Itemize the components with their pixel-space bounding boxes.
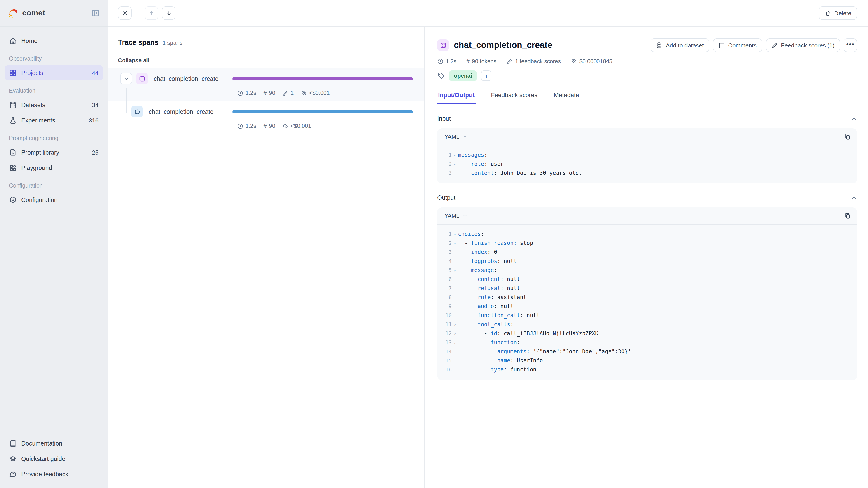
tab-metadata[interactable]: Metadata <box>553 88 580 104</box>
line-collapse-chevron[interactable]: ⌄ <box>452 151 458 160</box>
plus-icon: + <box>485 72 488 79</box>
tag-icon <box>437 72 445 79</box>
tab-input-output[interactable]: Input/Output <box>437 88 475 104</box>
delete-button[interactable]: Delete <box>819 6 857 20</box>
line-collapse-chevron[interactable]: ⌄ <box>452 329 458 338</box>
pencil-icon <box>283 90 288 96</box>
output-section-label: Output <box>437 194 456 201</box>
sidebar-item-provide-feedback[interactable]: Provide feedback <box>4 466 103 482</box>
nav-section-configuration: Configuration <box>9 183 98 189</box>
span-cost: <$0.001 <box>301 90 330 96</box>
database-plus-icon <box>656 42 663 48</box>
sidebar-collapse-icon[interactable] <box>90 8 100 18</box>
code-line: 10 function_call: null <box>439 311 852 320</box>
datasets-count-badge: 34 <box>92 101 98 108</box>
more-actions-button[interactable]: ••• <box>844 38 857 52</box>
sidebar-item-label: Provide feedback <box>21 470 68 477</box>
sidebar-item-playground[interactable]: Playground <box>4 160 103 175</box>
sidebar-item-datasets[interactable]: Datasets 34 <box>4 97 103 112</box>
expand-toggle-button[interactable] <box>120 73 132 85</box>
tab-feedback-scores[interactable]: Feedback scores <box>490 88 538 104</box>
duration-bar <box>232 77 413 80</box>
code-line: 5⌄ message: <box>439 266 852 275</box>
output-section: Output YAML <box>437 194 857 380</box>
top-toolbar: Delete <box>108 0 868 27</box>
previous-trace-button[interactable] <box>145 6 158 20</box>
span-name: chat_completion_create <box>154 75 219 82</box>
sidebar-item-label: Home <box>21 37 37 44</box>
tag-openai[interactable]: openai <box>449 70 477 81</box>
sidebar-item-label: Prompt library <box>21 149 59 156</box>
format-select-value: YAML <box>444 133 459 140</box>
sidebar-item-label: Playground <box>21 164 52 171</box>
sidebar-item-prompt-library[interactable]: Prompt library 25 <box>4 144 103 160</box>
span-row-child[interactable]: chat_completion_create 1.2s # 90 <box>108 101 424 134</box>
feedback-scores-button[interactable]: Feedback scores (1) <box>766 38 840 52</box>
sidebar-item-configuration[interactable]: Configuration <box>4 192 103 207</box>
graduation-cap-icon <box>9 455 17 462</box>
sidebar-item-quickstart-guide[interactable]: Quickstart guide <box>4 451 103 466</box>
line-collapse-chevron[interactable]: ⌄ <box>452 238 458 248</box>
format-select[interactable]: YAML <box>444 133 467 140</box>
add-tag-button[interactable]: + <box>481 70 492 81</box>
collapse-section-button[interactable] <box>851 195 857 201</box>
span-tree: chat_completion_create 1.2s # 90 <box>108 68 424 134</box>
comments-button[interactable]: Comments <box>713 38 762 52</box>
copy-button[interactable] <box>844 213 851 219</box>
code-line: 3 content: John Doe is 30 years old. <box>439 168 852 177</box>
add-to-dataset-button[interactable]: Add to dataset <box>651 38 709 52</box>
line-collapse-chevron[interactable]: ⌄ <box>452 320 458 329</box>
line-collapse-chevron[interactable]: ⌄ <box>452 266 458 275</box>
code-line: 2⌄ - finish_reason: stop <box>439 238 852 248</box>
span-duration: 1.2s <box>237 123 256 129</box>
chevron-down-icon <box>124 76 129 81</box>
line-collapse-chevron[interactable]: ⌄ <box>452 230 458 238</box>
span-row-root[interactable]: chat_completion_create 1.2s # 90 <box>108 68 424 101</box>
sidebar-item-experiments[interactable]: Experiments 316 <box>4 112 103 128</box>
flask-icon <box>9 116 17 124</box>
input-code-block: 1⌄messages:2⌄ - role: user3 content: Joh… <box>437 145 857 184</box>
sidebar-item-label: Experiments <box>21 117 55 124</box>
line-collapse-chevron[interactable]: ⌄ <box>452 160 458 168</box>
sidebar-item-documentation[interactable]: Documentation <box>4 435 103 451</box>
sidebar-item-label: Documentation <box>21 440 62 447</box>
sidebar-nav: Home Observability Projects 44 Evaluatio… <box>0 27 107 435</box>
trace-spans-panel: Trace spans 1 spans Collapse all <box>108 27 425 488</box>
collapse-all-button[interactable]: Collapse all <box>118 57 424 64</box>
pencil-icon <box>506 58 513 64</box>
feedback-scores-label: Feedback scores (1) <box>781 42 835 48</box>
sidebar-item-label: Datasets <box>21 101 45 108</box>
comet-logo[interactable]: comet <box>7 7 45 19</box>
sidebar-item-projects[interactable]: Projects 44 <box>4 65 103 80</box>
content-area: Trace spans 1 spans Collapse all <box>108 27 868 488</box>
copy-icon <box>844 133 851 140</box>
ellipsis-icon: ••• <box>846 40 855 48</box>
collapse-section-button[interactable] <box>851 116 857 122</box>
meta-feedback-scores: 1 feedback scores <box>506 58 561 64</box>
copy-button[interactable] <box>844 133 851 140</box>
comment-icon <box>718 42 725 48</box>
span-name: chat_completion_create <box>149 108 214 115</box>
llm-span-icon <box>437 39 449 51</box>
sidebar-footer: Documentation Quickstart guide Provide f… <box>0 435 107 488</box>
comet-logo-icon <box>7 7 19 19</box>
code-line: 16 type: function <box>439 365 852 374</box>
nav-section-observability: Observability <box>9 56 98 62</box>
format-select[interactable]: YAML <box>444 213 467 219</box>
code-line: 8 role: assistant <box>439 293 852 302</box>
comments-label: Comments <box>728 42 756 48</box>
next-trace-button[interactable] <box>162 6 176 20</box>
sidebar-item-home[interactable]: Home <box>4 33 103 48</box>
code-line: 14 arguments: '{"name":"John Doe","age":… <box>439 347 852 356</box>
close-button[interactable] <box>118 6 131 20</box>
hash-icon: # <box>466 58 469 65</box>
bar-connector-line <box>215 111 230 112</box>
chevron-up-icon <box>851 116 857 122</box>
code-line: 11⌄ tool_calls: <box>439 320 852 329</box>
sidebar: comet Home Observability Projects <box>0 0 108 488</box>
line-collapse-chevron[interactable]: ⌄ <box>452 338 458 347</box>
arrow-down-icon <box>165 10 172 17</box>
code-line: 4 logprobs: null <box>439 257 852 266</box>
hash-icon: # <box>264 90 267 96</box>
tree-connector <box>126 88 127 112</box>
